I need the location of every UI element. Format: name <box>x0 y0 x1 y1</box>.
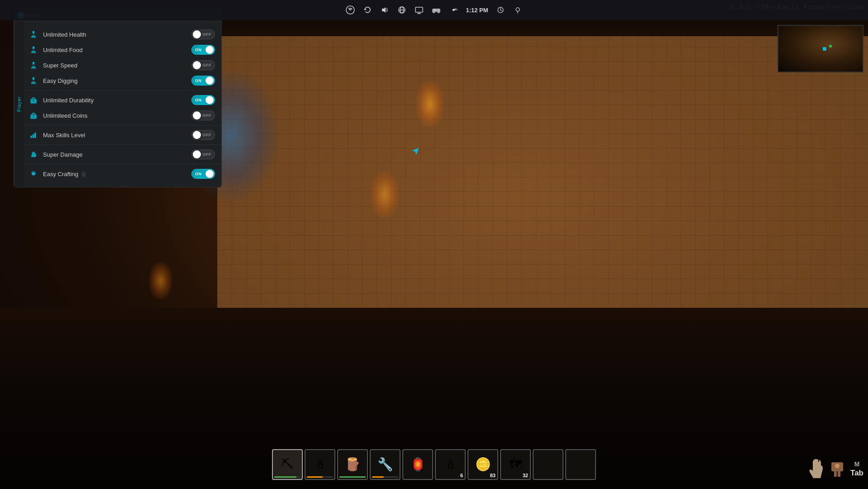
svg-line-15 <box>501 10 502 11</box>
svg-rect-21 <box>30 99 37 104</box>
minimap <box>777 25 863 72</box>
hotbar-count-8: 32 <box>523 473 528 478</box>
bag-icon-coins <box>29 110 38 120</box>
side-tab-player: Player <box>14 21 24 187</box>
person-icon-health <box>29 29 38 39</box>
person-icon-speed <box>29 60 38 70</box>
hotbar-item-torch2: 🕯 <box>444 458 457 471</box>
right-ui: M Tab <box>807 458 863 480</box>
hotbar-slot-5[interactable]: 🏮 <box>402 449 433 480</box>
cheat-row-unlimited-durability: Unlimited Durability ON <box>24 92 221 108</box>
cheat-row-easy-digging: Easy Digging ON <box>24 73 221 88</box>
toggle-easy-crafting[interactable]: ON <box>191 169 215 179</box>
fist-icon-damage <box>29 149 38 159</box>
hand-icon-area <box>807 458 824 480</box>
svg-point-31 <box>835 464 839 468</box>
svg-point-11 <box>439 10 439 11</box>
svg-rect-25 <box>30 136 32 138</box>
label-max-skills: Max Skills Level <box>43 132 187 139</box>
hotbar-slot-6[interactable]: 🕯 6 <box>435 449 466 480</box>
hotbar-slot-9[interactable] <box>533 449 563 480</box>
refresh-icon[interactable] <box>362 5 372 15</box>
hotbar-slot-7[interactable]: 🪙 83 <box>467 449 498 480</box>
volume-icon[interactable] <box>380 5 390 15</box>
cheat-section-crafting: Easy Crafting i ON <box>24 164 221 183</box>
cheat-section-inventory: Unlimited Durability ON Unlimite <box>24 91 221 125</box>
svg-rect-29 <box>834 471 837 477</box>
minimap-player-marker <box>823 47 826 51</box>
character-icon <box>829 460 846 478</box>
label-super-damage: Super Damage <box>43 151 187 158</box>
cheat-row-max-skills: Max Skills Level OFF <box>24 127 221 143</box>
toggle-max-skills[interactable]: OFF <box>191 130 215 140</box>
hotbar-item-coins: 🪙 <box>475 458 491 471</box>
toggle-unlimited-health[interactable]: OFF <box>191 29 215 39</box>
hotbar-slot-2[interactable]: 🕯 <box>305 449 335 480</box>
svg-rect-5 <box>415 7 423 12</box>
hotbar-item-tool: 🔧 <box>377 458 393 471</box>
hotbar-slot-1[interactable]: ⛏ <box>272 449 303 480</box>
svg-point-10 <box>438 9 439 10</box>
toggle-unlimited-coins[interactable]: OFF <box>191 110 215 120</box>
svg-rect-9 <box>434 10 436 11</box>
hotbar-durability-1 <box>274 476 300 478</box>
person-icon-food <box>29 45 38 55</box>
svg-rect-27 <box>34 133 36 138</box>
hotbar-durability-2 <box>307 476 333 478</box>
tab-key-label: Tab <box>850 469 863 478</box>
panel-body: Player Unlimited Health OFF <box>14 21 221 187</box>
gear-icon-crafting <box>29 169 38 179</box>
toggle-easy-digging[interactable]: ON <box>191 76 215 86</box>
wemod-panel: W WeMod – ❐ × Player <box>14 9 222 187</box>
svg-rect-23 <box>30 115 37 119</box>
cheat-section-combat: Super Damage OFF <box>24 145 221 164</box>
cheat-row-super-damage: Super Damage OFF <box>24 147 221 162</box>
hotbar-item-plank: 🪵 <box>345 458 361 471</box>
hotbar-slot-10[interactable] <box>565 449 596 480</box>
hotbar-durability-3 <box>339 476 366 478</box>
toggle-super-damage[interactable]: OFF <box>191 149 215 159</box>
taskbar-time: 1:12 PM <box>466 7 488 14</box>
hotbar-item-torch1: 🕯 <box>314 458 326 471</box>
hotbar-slot-4[interactable]: 🔧 <box>370 449 401 480</box>
hotbar-count-6: 6 <box>460 473 463 478</box>
label-easy-digging: Easy Digging <box>43 77 187 84</box>
hotbar-slot-3[interactable]: 🪵 <box>337 449 368 480</box>
toggle-unlimited-food[interactable]: ON <box>191 45 215 55</box>
hotbar-slot-8[interactable]: 🗺 32 <box>500 449 531 480</box>
signal-icon[interactable] <box>448 5 458 15</box>
svg-rect-24 <box>33 116 34 117</box>
hotbar-item-lantern: 🏮 <box>410 458 426 471</box>
svg-point-16 <box>516 8 520 11</box>
sys-icon-2[interactable] <box>513 5 523 15</box>
cheat-row-unlimited-coins: Unlimiteed Coins OFF <box>24 108 221 123</box>
taskbar: 1:12 PM <box>0 0 868 20</box>
cheat-row-unlimited-food: Unlimited Food ON <box>24 42 221 58</box>
svg-marker-1 <box>382 7 386 13</box>
panel-content: Unlimited Health OFF Unlimited F <box>24 21 221 187</box>
svg-rect-30 <box>838 471 840 477</box>
chart-icon-skills <box>29 130 38 140</box>
label-unlimited-durability: Unlimited Durability <box>43 97 187 104</box>
toggle-super-speed[interactable]: OFF <box>191 60 215 70</box>
sys-icon-1[interactable] <box>496 5 506 15</box>
hotbar-item-pickaxe: ⛏ <box>281 458 294 471</box>
svg-rect-26 <box>33 134 34 138</box>
svg-point-12 <box>453 10 454 11</box>
cheat-section-skills: Max Skills Level OFF <box>24 125 221 145</box>
toggle-unlimited-durability[interactable]: ON <box>191 95 215 105</box>
controller-icon[interactable] <box>431 5 441 15</box>
minimap-object-marker <box>829 45 832 48</box>
hotbar: ⛏ 🕯 🪵 🔧 🏮 🕯 6 🪙 83 🗺 32 <box>272 449 596 480</box>
m-key-label: M <box>854 460 860 468</box>
screen-icon[interactable] <box>414 5 424 15</box>
xbox-icon[interactable] <box>345 5 355 15</box>
network-icon[interactable] <box>397 5 407 15</box>
hotbar-durability-4 <box>372 476 398 478</box>
hotbar-item-map: 🗺 <box>509 458 522 471</box>
hotbar-count-7: 83 <box>490 473 496 478</box>
taskbar-icons: 1:12 PM <box>345 5 522 15</box>
cheat-section-player: Unlimited Health OFF Unlimited F <box>24 25 221 91</box>
bag-icon-durability <box>29 95 38 105</box>
cheat-row-unlimited-health: Unlimited Health OFF <box>24 27 221 42</box>
